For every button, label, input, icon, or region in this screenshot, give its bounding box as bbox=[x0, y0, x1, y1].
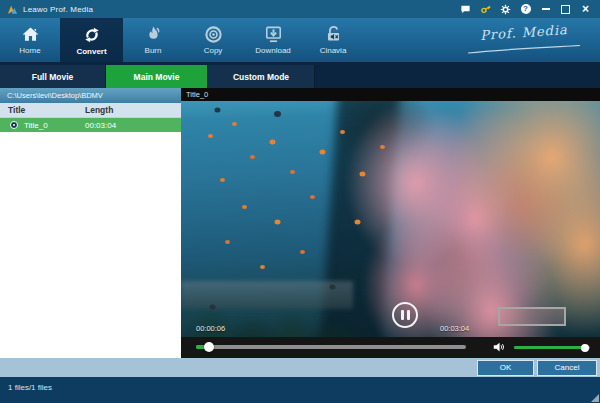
burn-flame-icon bbox=[144, 25, 163, 44]
tab-custom-mode[interactable]: Custom Mode bbox=[208, 65, 315, 88]
help-icon[interactable]: ? bbox=[519, 3, 532, 16]
app-window: Leawo Prof. Media ? bbox=[0, 0, 600, 403]
source-path-bar: C:\Users\levi\Desktop\BDMV bbox=[0, 88, 181, 103]
app-logo-icon bbox=[7, 4, 18, 15]
close-button[interactable]: × bbox=[579, 3, 592, 16]
source-path: C:\Users\levi\Desktop\BDMV bbox=[7, 91, 103, 100]
volume-level bbox=[514, 346, 587, 349]
resize-grip[interactable] bbox=[591, 394, 599, 402]
app-title: Leawo Prof. Media bbox=[23, 5, 93, 14]
brand-logo: Prof. Media bbox=[464, 25, 584, 58]
brand-text: Prof. Media bbox=[464, 21, 585, 44]
pause-button[interactable] bbox=[392, 302, 418, 328]
nav-item-download[interactable]: Download bbox=[243, 18, 303, 62]
video-title-label: Title_0 bbox=[186, 90, 208, 99]
register-key-icon[interactable] bbox=[479, 3, 492, 16]
seek-bar[interactable] bbox=[196, 345, 466, 349]
video-title-strip: Title_0 bbox=[181, 88, 600, 101]
titlebar: Leawo Prof. Media ? bbox=[0, 0, 600, 18]
seek-handle[interactable] bbox=[204, 342, 214, 352]
tab-full-movie[interactable]: Full Movie bbox=[0, 65, 106, 88]
player-controls bbox=[181, 337, 600, 358]
mode-tabs: Full Movie Main Movie Custom Mode bbox=[0, 62, 600, 88]
video-preview: Title_0 00:00:06 00:03:04 bbox=[181, 88, 600, 358]
maximize-button[interactable] bbox=[559, 3, 572, 16]
feedback-icon[interactable] bbox=[459, 3, 472, 16]
download-icon bbox=[264, 25, 283, 44]
cinavia-lock-icon bbox=[324, 25, 343, 44]
video-frame[interactable] bbox=[181, 101, 600, 337]
nav-item-copy[interactable]: Copy bbox=[183, 18, 243, 62]
nav-item-convert[interactable]: Convert bbox=[60, 18, 123, 62]
action-bar: OK Cancel bbox=[0, 358, 600, 377]
total-time: 00:03:04 bbox=[440, 324, 469, 333]
brand-swoosh bbox=[464, 45, 584, 54]
nav-item-cinavia[interactable]: Cinavia bbox=[303, 18, 363, 62]
file-count-status: 1 files/1 files bbox=[8, 383, 52, 392]
nav-item-home[interactable]: Home bbox=[0, 18, 60, 62]
volume-handle[interactable] bbox=[581, 344, 589, 352]
cancel-button[interactable]: Cancel bbox=[537, 360, 597, 376]
file-list-panel: C:\Users\levi\Desktop\BDMV Title Length … bbox=[0, 88, 181, 358]
nav-item-burn[interactable]: Burn bbox=[123, 18, 183, 62]
list-header: Title Length bbox=[0, 103, 181, 118]
radio-selected-icon[interactable] bbox=[10, 121, 18, 129]
volume-slider[interactable] bbox=[514, 346, 590, 349]
current-time: 00:00:06 bbox=[196, 324, 225, 333]
column-length: Length bbox=[85, 105, 113, 115]
main-nav: Home Convert Burn Copy bbox=[0, 18, 600, 62]
title-row-selected[interactable]: Title_0 00:03:04 bbox=[0, 118, 181, 132]
status-bar: 1 files/1 files bbox=[0, 377, 600, 403]
copy-disc-icon bbox=[204, 25, 223, 44]
convert-icon bbox=[82, 25, 102, 45]
home-icon bbox=[21, 25, 40, 44]
volume-icon[interactable] bbox=[492, 340, 506, 358]
column-title: Title bbox=[8, 105, 25, 115]
settings-gear-icon[interactable] bbox=[499, 3, 512, 16]
minimize-button[interactable] bbox=[539, 3, 552, 16]
fish-school bbox=[181, 101, 184, 103]
tab-main-movie[interactable]: Main Movie bbox=[106, 65, 208, 88]
titlebar-icons: ? × bbox=[459, 0, 592, 18]
preview-overlay-box bbox=[498, 307, 566, 326]
ok-button[interactable]: OK bbox=[477, 360, 534, 376]
coral-reef bbox=[339, 101, 600, 337]
